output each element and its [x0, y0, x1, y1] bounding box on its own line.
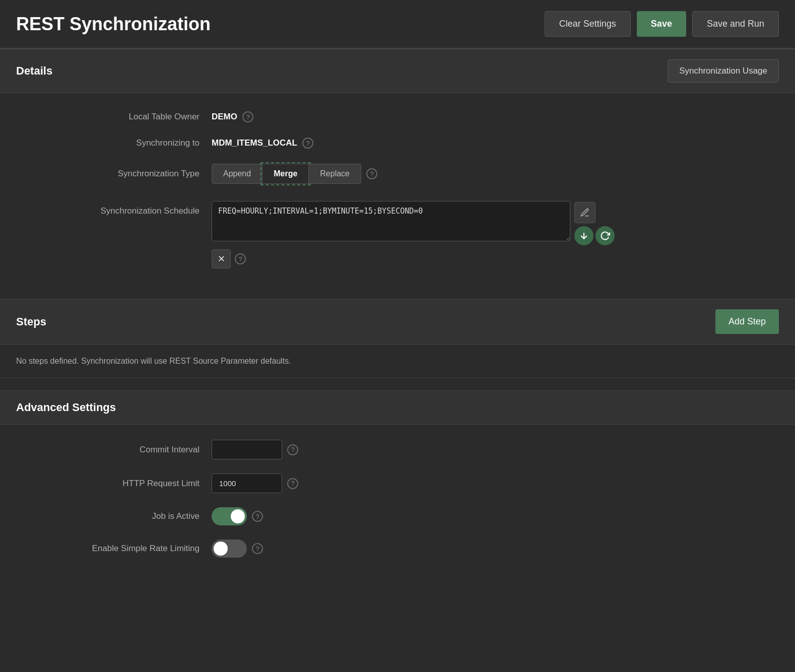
- enable-rate-limiting-label: Enable Simple Rate Limiting: [40, 544, 212, 554]
- advanced-content: Commit Interval ? HTTP Request Limit ? J…: [0, 425, 795, 587]
- http-request-limit-input[interactable]: [212, 474, 282, 493]
- local-table-owner-label: Local Table Owner: [40, 112, 212, 122]
- details-title: Details: [16, 64, 52, 78]
- local-table-owner-value: DEMO ?: [212, 111, 253, 122]
- clear-settings-button[interactable]: Clear Settings: [545, 11, 631, 37]
- sync-schedule-input[interactable]: FREQ=HOURLY;INTERVAL=1;BYMINUTE=15;BYSEC…: [212, 201, 570, 241]
- commit-interval-input[interactable]: [212, 440, 282, 459]
- advanced-section-header: Advanced Settings: [0, 390, 795, 425]
- job-is-active-help-icon[interactable]: ?: [252, 511, 263, 522]
- job-is-active-label: Job is Active: [40, 511, 212, 521]
- cron-refresh-button[interactable]: [595, 226, 615, 245]
- synchronizing-to-text: MDM_ITEMS_LOCAL: [212, 138, 297, 148]
- enable-rate-limiting-value-row: ?: [212, 540, 263, 558]
- commit-interval-help-icon[interactable]: ?: [287, 444, 298, 455]
- commit-interval-row: Commit Interval ?: [40, 440, 755, 459]
- sync-schedule-row: Synchronization Schedule FREQ=HOURLY;INT…: [40, 199, 755, 268]
- enable-rate-limiting-row: Enable Simple Rate Limiting ?: [40, 540, 755, 558]
- add-step-button[interactable]: Add Step: [715, 309, 779, 334]
- synchronizing-to-help-icon[interactable]: ?: [302, 138, 313, 149]
- header-buttons: Clear Settings Save Save and Run: [545, 11, 779, 37]
- sync-type-help-icon[interactable]: ?: [366, 168, 377, 179]
- job-is-active-value-row: ?: [212, 507, 263, 525]
- enable-rate-limiting-knob: [214, 542, 228, 556]
- header: REST Synchronization Clear Settings Save…: [0, 0, 795, 49]
- http-request-limit-value-row: ?: [212, 474, 298, 493]
- schedule-help-icon[interactable]: ?: [235, 253, 246, 264]
- steps-content: No steps defined. Synchronization will u…: [0, 345, 795, 378]
- page-title: REST Synchronization: [16, 14, 211, 35]
- http-request-limit-label: HTTP Request Limit: [40, 479, 212, 489]
- sync-type-append-button[interactable]: Append: [212, 164, 262, 183]
- sync-usage-button[interactable]: Synchronization Usage: [668, 59, 779, 83]
- job-is-active-knob: [231, 509, 245, 523]
- save-and-run-button[interactable]: Save and Run: [692, 11, 779, 37]
- save-button[interactable]: Save: [637, 11, 686, 37]
- local-table-owner-help-icon[interactable]: ?: [242, 111, 253, 122]
- commit-interval-value-row: ?: [212, 440, 298, 459]
- http-request-limit-row: HTTP Request Limit ?: [40, 474, 755, 493]
- sync-type-merge-button[interactable]: Merge: [262, 164, 309, 183]
- sync-type-row: Synchronization Type Append Merge Replac…: [40, 164, 755, 184]
- sync-type-label: Synchronization Type: [40, 169, 212, 179]
- schedule-edit-button[interactable]: [574, 202, 595, 223]
- local-table-owner-row: Local Table Owner DEMO ?: [40, 111, 755, 122]
- job-is-active-toggle[interactable]: [212, 507, 247, 525]
- schedule-input-row: FREQ=HOURLY;INTERVAL=1;BYMINUTE=15;BYSEC…: [212, 201, 615, 245]
- sync-type-group: Append Merge Replace: [212, 164, 361, 184]
- sync-schedule-container: FREQ=HOURLY;INTERVAL=1;BYMINUTE=15;BYSEC…: [212, 201, 615, 268]
- sync-schedule-label: Synchronization Schedule: [40, 201, 212, 216]
- advanced-title: Advanced Settings: [16, 401, 116, 414]
- synchronizing-to-label: Synchronizing to: [40, 138, 212, 148]
- steps-title: Steps: [16, 315, 46, 328]
- local-table-owner-text: DEMO: [212, 112, 237, 122]
- no-steps-text: No steps defined. Synchronization will u…: [16, 357, 291, 365]
- schedule-clear-button[interactable]: ✕: [212, 249, 231, 268]
- cron-down-arrow-button[interactable]: [574, 226, 593, 245]
- sync-type-replace-button[interactable]: Replace: [309, 164, 361, 183]
- job-is-active-row: Job is Active ?: [40, 507, 755, 525]
- synchronizing-to-row: Synchronizing to MDM_ITEMS_LOCAL ?: [40, 138, 755, 149]
- enable-rate-limiting-toggle[interactable]: [212, 540, 247, 558]
- enable-rate-limiting-help-icon[interactable]: ?: [252, 543, 263, 554]
- details-content: Local Table Owner DEMO ? Synchronizing t…: [0, 93, 795, 299]
- sync-type-value: Append Merge Replace ?: [212, 164, 377, 184]
- steps-section-header: Steps Add Step: [0, 299, 795, 345]
- schedule-actions: ✕ ?: [212, 249, 615, 268]
- commit-interval-label: Commit Interval: [40, 445, 212, 455]
- http-request-limit-help-icon[interactable]: ?: [287, 478, 298, 489]
- details-section-header: Details Synchronization Usage: [0, 49, 795, 93]
- synchronizing-to-value: MDM_ITEMS_LOCAL ?: [212, 138, 313, 149]
